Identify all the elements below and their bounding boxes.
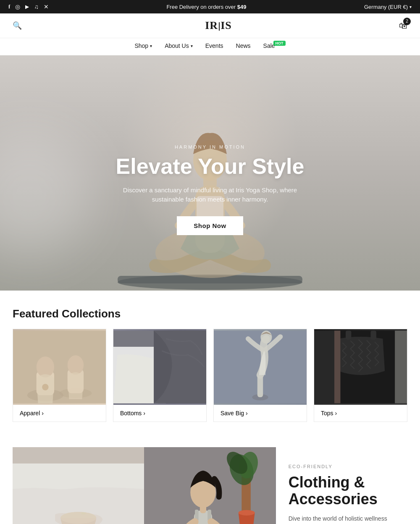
bottom-image-left: [13, 447, 144, 524]
collection-image-savebig: [214, 329, 307, 405]
header: 🔍 IRIS 🛍 2: [0, 13, 420, 38]
bottom-section-description: Dive into the world of holistic wellness…: [289, 514, 395, 524]
hero-subtitle: Discover a sanctuary of mindful living a…: [122, 186, 298, 204]
eco-section: ECO-FRIENDLY Clothing &Accessories Dive …: [0, 439, 420, 524]
nav-about-us[interactable]: About Us ▾: [165, 42, 193, 49]
hero-eyebrow: HARMONY IN MOTION: [116, 144, 304, 149]
bottom-image-middle: [144, 447, 276, 524]
eco-label: ECO-FRIENDLY: [289, 464, 395, 469]
nav-news[interactable]: News: [236, 42, 251, 49]
svg-point-44: [239, 510, 255, 516]
collection-card-tops[interactable]: Tops ›: [314, 329, 407, 422]
collection-card-savebig[interactable]: Save Big ›: [213, 329, 307, 422]
logo-area: IRIS: [205, 19, 231, 32]
svg-point-15: [68, 355, 84, 375]
nav-shop[interactable]: Shop ▾: [134, 42, 152, 49]
collections-grid: Apparel ›: [13, 329, 407, 422]
instagram-icon[interactable]: ◎: [15, 3, 20, 10]
cart-badge: 2: [403, 18, 411, 25]
collection-image-tops: [314, 329, 407, 405]
chevron-down-icon: ▾: [191, 44, 193, 48]
search-area: 🔍: [13, 21, 38, 30]
savebig-image-graphic: [214, 329, 307, 405]
main-nav: Shop ▾ About Us ▾ Events News Sale HOT: [0, 38, 420, 55]
shop-now-button[interactable]: Shop Now: [177, 216, 243, 235]
search-icon[interactable]: 🔍: [13, 21, 22, 30]
tops-image-graphic: [314, 329, 407, 405]
announcement-text: Free Delivery on orders over: [166, 4, 237, 10]
collection-card-apparel[interactable]: Apparel ›: [13, 329, 106, 422]
hero-title: Elevate Your Style: [116, 155, 304, 178]
collection-label-bottoms: Bottoms ›: [113, 405, 206, 422]
hero-section: HARMONY IN MOTION Elevate Your Style Dis…: [0, 55, 420, 291]
collection-label-apparel: Apparel ›: [13, 405, 106, 422]
facebook-icon[interactable]: f: [8, 3, 10, 10]
top-bar: f ◎ ▶ ♫ ✕ Free Delivery on orders over $…: [0, 0, 420, 13]
chevron-down-icon: ▾: [150, 44, 152, 48]
eco-text-panel: ECO-FRIENDLY Clothing &Accessories Dive …: [276, 447, 407, 524]
hot-badge: HOT: [273, 41, 286, 46]
x-twitter-icon[interactable]: ✕: [44, 3, 49, 10]
collection-label-tops: Tops ›: [314, 405, 407, 422]
collection-image-bottoms: [113, 329, 206, 405]
chevron-down-icon: ▾: [410, 5, 412, 9]
currency-label: Germany (EUR €): [364, 4, 408, 10]
woman-meditation-graphic: [144, 447, 276, 524]
hero-content: HARMONY IN MOTION Elevate Your Style Dis…: [116, 144, 304, 235]
currency-selector[interactable]: Germany (EUR €) ▾: [364, 4, 412, 10]
announcement-bar: Free Delivery on orders over $49: [49, 4, 364, 10]
logo[interactable]: IRIS: [205, 19, 231, 32]
hands-bowl-graphic: [13, 447, 144, 524]
collection-card-bottoms[interactable]: Bottoms ›: [113, 329, 207, 422]
collections-title: Featured Collections: [13, 307, 407, 320]
bottom-section-title: Clothing &Accessories: [289, 474, 395, 507]
svg-rect-29: [371, 331, 376, 340]
nav-sale[interactable]: Sale HOT: [263, 42, 286, 49]
bottoms-image-graphic: [113, 329, 206, 405]
header-actions: 🛍 2: [399, 21, 407, 31]
collection-image-apparel: [13, 329, 106, 405]
apparel-image-graphic: [13, 329, 106, 405]
free-delivery-amount: $49: [237, 4, 247, 10]
social-icons-group: f ◎ ▶ ♫ ✕: [8, 3, 49, 10]
youtube-icon[interactable]: ▶: [25, 4, 29, 10]
featured-collections-section: Featured Collections: [0, 291, 420, 439]
cart-button[interactable]: 🛍 2: [399, 21, 407, 31]
collection-label-savebig: Save Big ›: [214, 405, 307, 422]
svg-point-16: [42, 384, 48, 390]
svg-rect-31: [395, 331, 407, 403]
nav-events[interactable]: Events: [205, 42, 223, 49]
tiktok-icon[interactable]: ♫: [34, 3, 39, 10]
svg-rect-28: [346, 331, 351, 340]
